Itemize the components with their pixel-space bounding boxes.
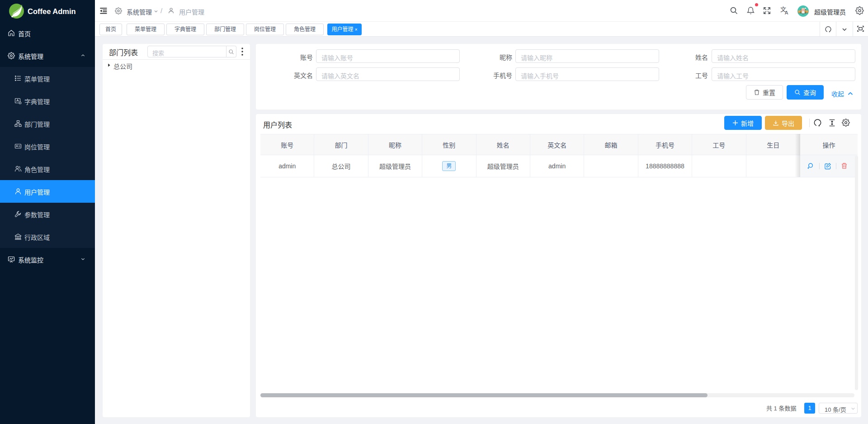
svg-text:A: A [785,10,788,15]
